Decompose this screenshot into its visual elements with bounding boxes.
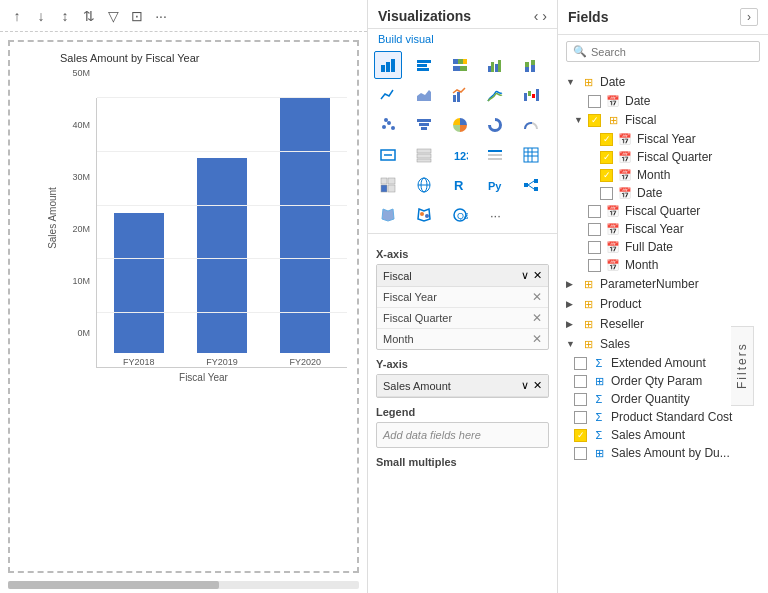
shape-map-icon-btn[interactable]: [410, 201, 438, 229]
checkbox-fiscal-quarter2[interactable]: [588, 205, 601, 218]
100-stacked-bar-icon-btn[interactable]: [446, 51, 474, 79]
y-axis-field-box: Sales Amount ∨ ✕: [376, 374, 549, 398]
remove-fiscal-year-btn[interactable]: ✕: [532, 290, 542, 304]
sales-chevron-icon: ▼: [566, 339, 576, 349]
card-icon-btn[interactable]: [374, 141, 402, 169]
field-fiscal-quarter[interactable]: ✓ 📅 Fiscal Quarter: [558, 148, 768, 166]
chart-scrollbar[interactable]: [8, 581, 359, 589]
checkbox-full-date[interactable]: [588, 241, 601, 254]
field-fiscal-year2[interactable]: 📅 Fiscal Year: [558, 220, 768, 238]
checkbox-sales-amount-du[interactable]: [574, 447, 587, 460]
checkbox-month2[interactable]: [588, 259, 601, 272]
remove-fiscal-quarter-btn[interactable]: ✕: [532, 311, 542, 325]
field-date-date[interactable]: 📅 Date: [558, 92, 768, 110]
checkbox-fiscal-year2[interactable]: [588, 223, 601, 236]
area-chart-icon-btn[interactable]: [410, 81, 438, 109]
viz-expand-right-btn[interactable]: ›: [542, 8, 547, 24]
checkbox-extended-amount[interactable]: [574, 357, 587, 370]
y-axis-remove-icon[interactable]: ✕: [533, 379, 542, 392]
tree-group-parameternumber[interactable]: ▶ ⊞ ParameterNumber: [558, 274, 768, 294]
funnel-chart-icon-btn[interactable]: [410, 111, 438, 139]
field-month2[interactable]: 📅 Month: [558, 256, 768, 274]
waterfall-chart-icon-btn[interactable]: [517, 81, 545, 109]
checkbox-order-quantity[interactable]: [574, 393, 587, 406]
more-visuals-icon-btn[interactable]: ···: [481, 201, 509, 229]
expand-icon[interactable]: ⇅: [80, 7, 98, 25]
field-product-standard-cost[interactable]: Σ Product Standard Cost: [558, 408, 768, 426]
line-chart-icon-btn[interactable]: [374, 81, 402, 109]
chart-area: ↑ ↓ ↕ ⇅ ▽ ⊡ ··· Sales Amount by Fiscal Y…: [0, 0, 368, 593]
search-box[interactable]: 🔍: [566, 41, 760, 62]
checkbox-order-qty-param[interactable]: [574, 375, 587, 388]
month2-label: Month: [625, 258, 658, 272]
python-icon-btn[interactable]: Py: [481, 171, 509, 199]
field-month[interactable]: ✓ 📅 Month: [558, 166, 768, 184]
pie-chart-icon-btn[interactable]: [446, 111, 474, 139]
x-axis-expand-icon[interactable]: ∨: [521, 269, 529, 282]
decomp-tree-icon-btn[interactable]: [517, 171, 545, 199]
focus-icon[interactable]: ⊡: [128, 7, 146, 25]
checkbox-fiscal-year[interactable]: ✓: [600, 133, 613, 146]
sort-icon[interactable]: ↕: [56, 7, 74, 25]
line-clustered-icon-btn[interactable]: [446, 81, 474, 109]
checkbox-fiscal-date[interactable]: [600, 187, 613, 200]
field-full-date[interactable]: 📅 Full Date: [558, 238, 768, 256]
sort-desc-icon[interactable]: ↓: [32, 7, 50, 25]
multi-row-card-icon-btn[interactable]: [410, 141, 438, 169]
checkbox-fiscal-group[interactable]: ✓: [588, 114, 601, 127]
fields-collapse-btn[interactable]: ›: [740, 8, 758, 26]
svg-rect-50: [388, 185, 395, 192]
tree-group-date[interactable]: ▼ ⊞ Date: [558, 72, 768, 92]
donut-chart-icon-btn[interactable]: [481, 111, 509, 139]
checkbox-month[interactable]: ✓: [600, 169, 613, 182]
chart-scroll-thumb[interactable]: [8, 581, 219, 589]
field-fiscal-year[interactable]: ✓ 📅 Fiscal Year: [558, 130, 768, 148]
svg-point-27: [387, 121, 391, 125]
filters-tab[interactable]: Filters: [731, 326, 754, 406]
viz-collapse-left-btn[interactable]: ‹: [534, 8, 539, 24]
field-fiscal-quarter2[interactable]: 📅 Fiscal Quarter: [558, 202, 768, 220]
y-axis-expand-icon[interactable]: ∨: [521, 379, 529, 392]
clustered-bar-icon-btn[interactable]: [410, 51, 438, 79]
chart-container: Sales Amount by Fiscal Year Sales Amount…: [8, 40, 359, 573]
tree-group-fiscal[interactable]: ▼ ✓ ⊞ Fiscal: [558, 110, 768, 130]
field-sales-amount-du[interactable]: ⊞ Sales Amount by Du...: [558, 444, 768, 462]
filter-icon[interactable]: ▽: [104, 7, 122, 25]
checkbox-date-date[interactable]: [588, 95, 601, 108]
clustered-column-icon-btn[interactable]: [481, 51, 509, 79]
fields-panel-header: Fields ›: [558, 0, 768, 35]
svg-rect-0: [381, 65, 385, 72]
bar-fy2019[interactable]: FY2019: [197, 158, 247, 367]
ribbon-chart-icon-btn[interactable]: [481, 81, 509, 109]
stacked-column-icon-btn[interactable]: [517, 51, 545, 79]
slicer-icon-btn[interactable]: [481, 141, 509, 169]
legend-section-title: Legend: [376, 406, 549, 418]
field-sales-amount[interactable]: ✓ Σ Sales Amount: [558, 426, 768, 444]
gauge-chart-icon-btn[interactable]: [517, 111, 545, 139]
y-tick-30m: 30M: [60, 172, 90, 182]
search-input[interactable]: [591, 46, 753, 58]
field-fiscal-date[interactable]: 📅 Date: [558, 184, 768, 202]
svg-rect-35: [417, 149, 431, 153]
sort-asc-icon[interactable]: ↑: [8, 7, 26, 25]
filled-map-icon-btn[interactable]: [374, 201, 402, 229]
matrix-icon-btn[interactable]: [374, 171, 402, 199]
checkbox-sales-amount[interactable]: ✓: [574, 429, 587, 442]
x-axis-label: Fiscal Year: [60, 372, 347, 383]
more-options-icon[interactable]: ···: [152, 7, 170, 25]
x-axis-remove-icon[interactable]: ✕: [533, 269, 542, 282]
bar-fy2018[interactable]: FY2018: [114, 213, 164, 367]
ai-visuals-icon-btn[interactable]: Q&A: [446, 201, 474, 229]
scatter-chart-icon-btn[interactable]: [374, 111, 402, 139]
kpi-icon-btn[interactable]: 123: [446, 141, 474, 169]
checkbox-fiscal-quarter[interactable]: ✓: [600, 151, 613, 164]
r-script-icon-btn[interactable]: R: [446, 171, 474, 199]
tree-group-product[interactable]: ▶ ⊞ Product: [558, 294, 768, 314]
bar-fy2020[interactable]: FY2020: [280, 98, 330, 367]
bar-chart-icon-btn[interactable]: [374, 51, 402, 79]
table-visual-icon-btn[interactable]: [517, 141, 545, 169]
checkbox-product-std-cost[interactable]: [574, 411, 587, 424]
remove-month-btn[interactable]: ✕: [532, 332, 542, 346]
map-icon-btn[interactable]: [410, 171, 438, 199]
svg-rect-18: [531, 60, 535, 65]
